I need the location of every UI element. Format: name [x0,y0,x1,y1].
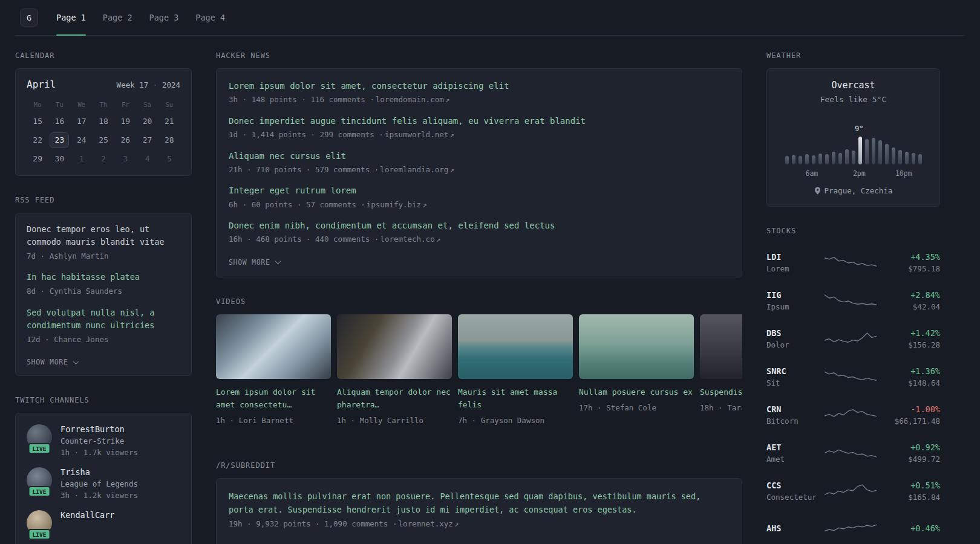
rss-item-title[interactable]: Sed volutpat nulla nisl, a condimentum n… [27,306,180,332]
stock-change: +1.42% [908,328,940,338]
weather-bar [832,152,835,164]
video-thumbnail[interactable] [337,314,452,379]
stock-id: LDI Lorem [766,252,825,273]
weather-bar [845,149,849,164]
hackernews-domain-link[interactable]: ipsumify.biz [367,200,421,209]
video-title[interactable]: Mauris sit amet massa felis [458,386,573,412]
hackernews-item-title[interactable]: Aliquam nec cursus elit [229,150,730,162]
weather-bar [792,155,795,164]
rss-item-meta: 8d · Cynthia Saunders [27,286,180,297]
weather-time-label: 2pm [853,169,866,178]
calendar-day: 21 [158,112,180,131]
hackernews-meta-text: 3h · 148 points · 116 comments · [229,95,374,104]
stock-row: LDI Lorem +4.35% $795.18 [766,244,940,282]
page-tab[interactable]: Page 2 [103,0,132,35]
rss-item: Sed volutpat nulla nisl, a condimentum n… [27,306,180,345]
stock-ticker: DBS [766,328,825,338]
subreddit-domain-link[interactable]: loremnet.xyz [398,519,452,528]
twitch-widget: TWITCH CHANNELS LIVE ForrestBurton Count… [15,396,192,544]
hackernews-domain-link[interactable]: ipsumworld.net [385,130,448,139]
calendar-day: 15 [27,112,48,131]
video-thumbnail[interactable] [700,314,742,379]
rss-item-title[interactable]: In hac habitasse platea [27,271,180,283]
twitch-channel-name[interactable]: Trisha [60,467,138,477]
page-tab[interactable]: Page 1 [56,0,86,35]
weekday-cell: Su [158,101,180,108]
calendar-day: 25 [93,131,114,149]
subreddit-section-title: /R/SUBREDDIT [216,461,742,470]
hackernews-item-title[interactable]: Integer eget rutrum lorem [229,184,730,196]
calendar-year: 2024 [162,80,180,89]
video-card[interactable]: Mauris sit amet massa felis 7h · Grayson… [458,314,573,425]
page-tab[interactable]: Page 3 [149,0,179,35]
hackernews-meta-text: 21h · 710 points · 579 comments · [229,165,379,174]
rss-item-title[interactable]: Donec tempor eros leo, ut commodo mauris… [27,223,180,248]
calendar-day: 16 [48,112,70,131]
hackernews-item-title[interactable]: Donec imperdiet augue tincidunt felis al… [229,115,730,127]
video-meta: 1h · Molly Carrillo [337,416,452,425]
calendar-header: April Week 17 · 2024 [27,79,180,90]
page-tabs: Page 1 Page 2 Page 3 Page 4 [56,0,225,35]
location-pin-icon [814,187,821,195]
hackernews-item-title[interactable]: Lorem ipsum dolor sit amet, consectetur … [229,80,730,92]
video-title[interactable]: Nullam posuere cursus ex [579,386,694,399]
twitch-channel[interactable]: LIVE ForrestBurton Counter-Strike 1h · 1… [27,424,180,457]
subreddit-post-title[interactable]: Maecenas mollis pulvinar erat non posuer… [229,490,730,517]
twitch-meta: 3h · 1.2k viewers [60,491,138,500]
video-thumbnail[interactable] [458,314,573,379]
dashboard: G Page 1 Page 2 Page 3 Page 4 CALENDAR A… [0,0,980,544]
show-more-label: SHOW MORE [229,258,270,267]
twitch-channel-name[interactable]: KendallCarr [60,510,114,520]
video-title[interactable]: Aliquam tempor dolor nec pharetra… [337,386,452,412]
chevron-down-icon [275,259,281,265]
weather-bar [885,144,889,164]
video-card[interactable]: Suspendisse diam 18h · Tara [700,314,742,425]
show-more-button[interactable]: SHOW MORE [27,358,78,366]
twitch-channel-name[interactable]: ForrestBurton [60,424,138,434]
calendar-week-year: Week 17 · 2024 [117,80,180,89]
weather-card: Overcast Feels like 5°C 9° 6am2pm10pm Pr… [766,68,940,207]
weather-bar [852,151,855,164]
page-tab[interactable]: Page 4 [195,0,225,35]
rss-card: Donec tempor eros leo, ut commodo mauris… [15,213,192,376]
stock-id: CRN Bitcorn [766,404,825,426]
stock-values: +0.51% $165.84 [908,481,940,502]
videos-widget: VIDEOS Lorem ipsum dolor sit amet consec… [216,297,742,425]
hackernews-item-meta: 1d · 1,414 points · 299 comments ·ipsumw… [229,129,730,140]
subreddit-meta-text: 19h · 9,932 points · 1,090 comments · [229,519,397,528]
video-card[interactable]: Lorem ipsum dolor sit amet consectetu… 1… [216,314,331,425]
rss-item: Donec tempor eros leo, ut commodo mauris… [27,223,180,261]
weather-bar [858,137,862,164]
external-link-icon: ↗ [449,165,454,174]
hackernews-item-meta: 6h · 60 points · 57 comments ·ipsumify.b… [229,199,730,210]
show-more-button[interactable]: SHOW MORE [229,258,280,267]
calendar-day: 23 [50,132,69,148]
rss-widget: RSS FEED Donec tempor eros leo, ut commo… [15,196,192,376]
stock-id: AHS [766,523,825,536]
external-link-icon: ↗ [445,95,450,104]
weather-condition: Overcast [779,80,927,91]
hackernews-domain-link[interactable]: loremtech.co [380,235,434,244]
hackernews-domain-link[interactable]: loremlandia.org [380,165,448,174]
hackernews-domain-link[interactable]: loremdomain.com [376,95,444,104]
stock-row: IIG Ipsum +2.84% $42.04 [766,282,940,320]
video-card[interactable]: Nullam posuere cursus ex 17h · Stefan Co… [579,314,694,425]
separator-dot: · [153,80,158,89]
stock-change: +1.36% [908,366,940,376]
video-card[interactable]: Aliquam tempor dolor nec pharetra… 1h · … [337,314,452,425]
stock-ticker: IIG [766,290,825,300]
hackernews-item-title[interactable]: Donec enim nibh, condimentum et accumsan… [229,219,730,232]
rss-section-title: RSS FEED [15,196,192,204]
twitch-channel[interactable]: LIVE KendallCarr [27,510,180,536]
topbar: G Page 1 Page 2 Page 3 Page 4 [15,0,965,36]
calendar-widget: CALENDAR April Week 17 · 2024 MoTuWeThFr… [15,51,192,176]
video-title[interactable]: Lorem ipsum dolor sit amet consectetu… [216,386,331,412]
video-thumbnail[interactable] [579,314,694,379]
twitch-channel[interactable]: LIVE Trisha League of Legends 3h · 1.2k … [27,467,180,500]
app-logo[interactable]: G [20,8,38,27]
stock-sparkline [825,482,877,500]
video-thumbnail[interactable] [216,314,331,379]
video-title[interactable]: Suspendisse diam [700,386,742,399]
videos-section-title: VIDEOS [216,297,742,306]
calendar-day: 22 [27,131,48,149]
